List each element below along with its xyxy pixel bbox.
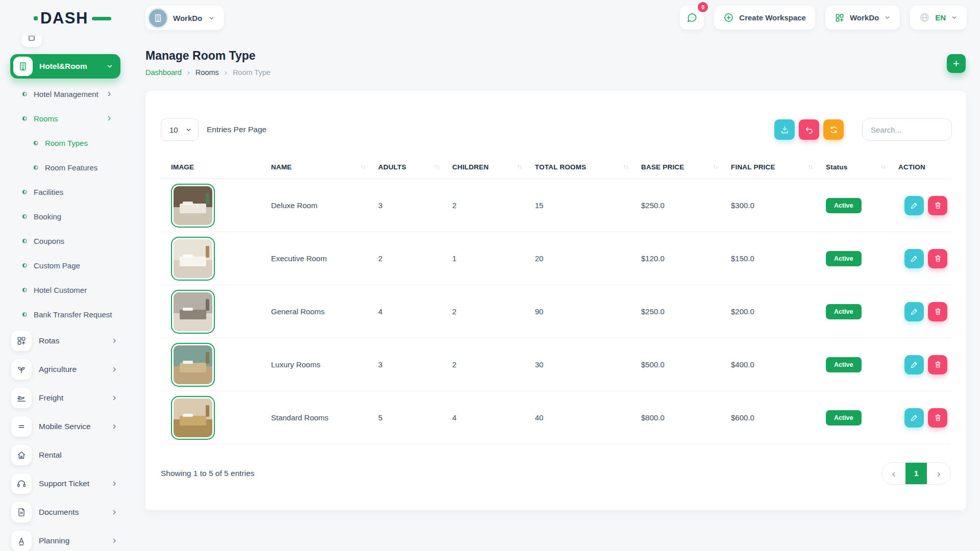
sidebar-item-hotel-management[interactable]: Hotel Management xyxy=(10,82,121,106)
table-row: General Rooms 4 2 90 $250.0 $200.0 Activ… xyxy=(161,285,951,338)
delete-button[interactable] xyxy=(928,302,947,321)
room-children: 2 xyxy=(442,338,525,391)
room-type-card: 10 Entries Per Page IMAGE NAME↑↓ ADULTS↑… xyxy=(145,91,966,510)
breadcrumb-dashboard[interactable]: Dashboard xyxy=(145,68,182,77)
breadcrumb-rooms[interactable]: Rooms xyxy=(195,68,219,77)
chat-icon xyxy=(686,12,698,23)
room-photo xyxy=(174,345,212,384)
chevron-right-icon xyxy=(111,338,117,344)
export-button[interactable] xyxy=(774,119,795,140)
create-workspace-button[interactable]: Create Workspace xyxy=(714,6,815,30)
pagination-prev-button[interactable]: ‹ xyxy=(882,463,905,484)
room-base-price: $120.0 xyxy=(631,232,721,285)
entries-select[interactable]: 10 xyxy=(161,118,199,141)
language-code: EN xyxy=(935,13,946,22)
room-photo-furniture xyxy=(180,204,206,213)
bullet-icon xyxy=(22,116,27,121)
delete-button[interactable] xyxy=(928,408,947,428)
room-base-price: $250.0 xyxy=(631,285,721,338)
sidebar-item-bank-transfer-request[interactable]: Bank Transfer Request xyxy=(10,302,121,327)
room-photo-accent xyxy=(206,405,209,417)
chevron-down-icon xyxy=(884,14,891,21)
edit-button[interactable] xyxy=(904,302,924,321)
topbar: DASH WorkDo 0 Create Workspace WorkDo EN xyxy=(0,0,980,36)
sort-icon: ↑↓ xyxy=(808,163,813,169)
delete-button[interactable] xyxy=(928,355,947,374)
chevron-right-icon xyxy=(111,481,117,487)
account-menu-button[interactable]: WorkDo xyxy=(825,6,900,30)
sort-icon: ↑↓ xyxy=(880,163,885,169)
messages-button[interactable]: 0 xyxy=(680,6,704,30)
edit-button[interactable] xyxy=(904,408,924,428)
sidebar-item-hotel-room[interactable]: Hotel&Room xyxy=(10,54,120,79)
sidebar-item-agriculture[interactable]: Agriculture xyxy=(10,355,121,384)
logo-dot-icon xyxy=(34,16,38,20)
room-photo-accent xyxy=(206,193,209,205)
pagination-next-button[interactable]: › xyxy=(927,463,950,484)
sidebar-item-mobile-service[interactable]: Mobile Service xyxy=(10,412,121,441)
room-adults: 4 xyxy=(368,285,442,338)
column-header-adults[interactable]: ADULTS↑↓ xyxy=(368,155,442,179)
edit-button[interactable] xyxy=(904,249,924,268)
globe-icon xyxy=(919,12,930,23)
chevron-down-icon xyxy=(185,127,192,133)
room-image xyxy=(171,343,215,387)
sidebar-item-booking[interactable]: Booking xyxy=(10,204,121,229)
column-header-final-price[interactable]: FINAL PRICE↑↓ xyxy=(721,155,816,179)
bullet-icon xyxy=(22,288,27,292)
status-badge[interactable]: Active xyxy=(826,357,862,372)
status-badge[interactable]: Active xyxy=(826,251,862,266)
sidebar-item-planning[interactable]: Planning xyxy=(10,527,121,551)
bullet-icon xyxy=(22,214,27,219)
bullet-icon xyxy=(22,92,27,96)
workspace-switcher[interactable]: WorkDo xyxy=(145,6,224,30)
column-header-name[interactable]: NAME↑↓ xyxy=(261,155,368,179)
workspace-name: WorkDo xyxy=(173,14,202,22)
sidebar-item-freight[interactable]: Freight xyxy=(10,384,121,412)
room-name: Luxury Rooms xyxy=(261,338,368,391)
pencil-icon xyxy=(910,360,919,369)
room-total-rooms: 20 xyxy=(525,232,631,285)
column-header-base-price[interactable]: BASE PRICE↑↓ xyxy=(631,155,721,179)
delete-button[interactable] xyxy=(928,249,947,268)
breadcrumb-current: Room Type xyxy=(233,68,271,77)
status-badge[interactable]: Active xyxy=(826,304,862,319)
sidebar-item-coupons[interactable]: Coupons xyxy=(10,229,121,253)
column-header-children[interactable]: CHILDREN↑↓ xyxy=(442,155,525,179)
refresh-button[interactable] xyxy=(823,119,844,140)
pencil-icon xyxy=(910,413,919,422)
delete-button[interactable] xyxy=(928,196,947,215)
status-badge[interactable]: Active xyxy=(826,410,862,425)
search-input[interactable] xyxy=(862,118,952,141)
plane-icon xyxy=(16,393,27,403)
sidebar-item-rotas[interactable]: Rotas xyxy=(10,327,121,355)
column-header-total-rooms[interactable]: TOTAL ROOMS↑↓ xyxy=(525,155,631,179)
column-header-status[interactable]: Status↑↓ xyxy=(816,155,888,179)
logo-text: DASH xyxy=(40,9,88,28)
add-room-type-button[interactable]: + xyxy=(947,54,966,73)
status-badge[interactable]: Active xyxy=(826,198,862,213)
sidebar-item-documents[interactable]: Documents xyxy=(10,498,121,527)
edit-button[interactable] xyxy=(904,355,924,374)
sidebar-item-hotel-customer[interactable]: Hotel Customer xyxy=(10,278,121,302)
pagination-current-page[interactable]: 1 xyxy=(905,463,927,484)
sidebar-item-custom-page[interactable]: Custom Page xyxy=(10,253,121,278)
sidebar-item-rooms[interactable]: Rooms xyxy=(10,106,121,131)
sprout-icon xyxy=(16,364,27,374)
sort-icon: ↑↓ xyxy=(623,163,628,169)
table-controls: 10 Entries Per Page xyxy=(161,118,952,141)
trash-icon xyxy=(934,201,942,210)
sidebar-item-rental[interactable]: Rental xyxy=(10,441,121,469)
edit-button[interactable] xyxy=(904,196,924,215)
sidebar-item-support-ticket[interactable]: Support Ticket xyxy=(10,469,121,498)
reset-button[interactable] xyxy=(799,119,819,140)
breadcrumb-separator: › xyxy=(187,68,190,77)
table-row: Luxury Rooms 3 2 30 $500.0 $400.0 Active xyxy=(161,338,951,391)
trash-icon xyxy=(934,360,942,369)
language-menu-button[interactable]: EN xyxy=(910,6,967,30)
room-photo xyxy=(174,239,212,278)
sidebar-item-facilities[interactable]: Facilities xyxy=(10,180,121,204)
sidebar-item-room-features[interactable]: Room Features xyxy=(10,155,121,180)
sidebar-item-room-types[interactable]: Room Types xyxy=(10,131,121,155)
bullet-icon xyxy=(22,190,27,194)
